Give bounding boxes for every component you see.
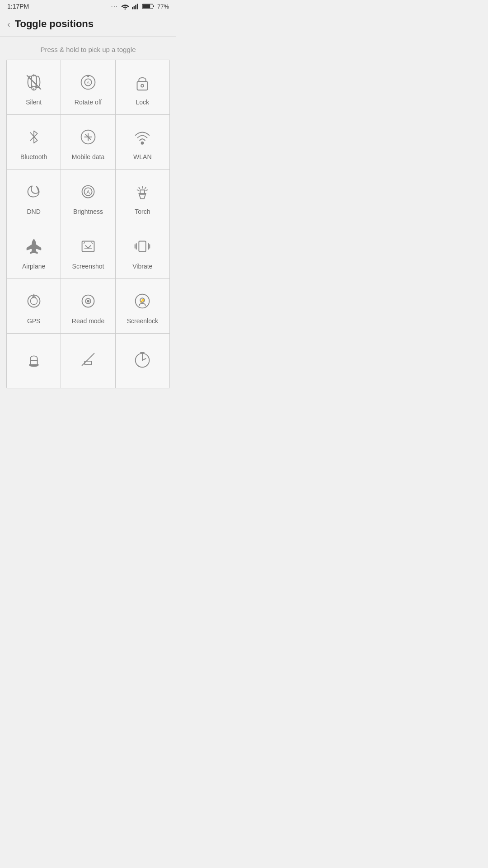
rotate-off-icon: A xyxy=(76,71,100,94)
bluetooth-label: Bluetooth xyxy=(20,153,47,160)
status-time: 1:17PM xyxy=(7,3,29,10)
mute-icon xyxy=(76,348,100,371)
svg-rect-0 xyxy=(132,7,133,9)
grid-row-6 xyxy=(7,334,169,388)
silent-icon xyxy=(22,71,46,94)
svg-line-26 xyxy=(139,187,140,189)
svg-rect-3 xyxy=(137,4,138,9)
read-mode-icon xyxy=(76,289,100,313)
timer-icon xyxy=(131,348,154,371)
brightness-icon: A xyxy=(76,180,100,203)
lock-label: Lock xyxy=(136,99,150,106)
toggle-screenshot[interactable]: Screenshot xyxy=(61,224,115,278)
dnd-label: DND xyxy=(27,208,40,215)
grid-row-1: Silent A Rotate off Lock xyxy=(7,60,169,115)
gps-label: GPS xyxy=(27,317,41,325)
toggle-lock[interactable]: Lock xyxy=(116,60,169,114)
wifi-status-icon xyxy=(121,3,129,9)
toggle-timer[interactable] xyxy=(116,334,169,388)
dnd-icon xyxy=(22,180,46,203)
toggle-silent[interactable]: Silent xyxy=(7,60,61,114)
brightness-label: Brightness xyxy=(73,208,103,215)
grid-row-5: GPS Read mode 🔑 Screenlock xyxy=(7,279,169,334)
svg-rect-5 xyxy=(142,5,150,8)
lock-icon xyxy=(131,71,154,94)
svg-line-29 xyxy=(146,190,148,190)
svg-rect-34 xyxy=(139,241,146,252)
toggle-brightness[interactable]: A Brightness xyxy=(61,170,115,224)
screenlock-label: Screenlock xyxy=(127,317,158,325)
read-mode-label: Read mode xyxy=(72,317,104,325)
toggle-grid: Silent A Rotate off Lock xyxy=(6,60,170,388)
status-icons: ··· 77% xyxy=(111,3,169,10)
airplane-icon xyxy=(22,235,46,258)
svg-rect-6 xyxy=(153,5,154,7)
svg-line-28 xyxy=(137,190,139,190)
svg-line-27 xyxy=(145,187,146,189)
grid-row-4: Airplane Screenshot xyxy=(7,224,169,279)
screenshot-label: Screenshot xyxy=(72,263,104,270)
hint-text: Press & hold to pick up a toggle xyxy=(0,37,176,60)
screenshot-icon xyxy=(76,235,100,258)
vibrate-icon xyxy=(131,235,154,258)
toggle-torch[interactable]: Torch xyxy=(116,170,169,224)
svg-point-40 xyxy=(30,297,37,304)
signal-status-icon xyxy=(132,3,139,9)
svg-text:🔑: 🔑 xyxy=(140,298,145,303)
torch-icon xyxy=(131,180,154,203)
airplane-label: Airplane xyxy=(22,263,45,270)
header: ‹ Toggle positions xyxy=(0,13,176,37)
svg-point-44 xyxy=(87,300,89,302)
battery-status-icon xyxy=(142,3,155,9)
svg-line-53 xyxy=(142,359,146,360)
toggle-dnd[interactable]: DND xyxy=(7,170,61,224)
mobile-data-icon xyxy=(76,125,100,149)
svg-point-19 xyxy=(141,142,144,144)
status-bar: 1:17PM ··· 77% xyxy=(0,0,176,13)
svg-point-14 xyxy=(141,85,144,87)
svg-text:A: A xyxy=(87,80,90,85)
svg-rect-1 xyxy=(134,6,135,9)
alarm-icon xyxy=(22,348,46,371)
wlan-label: WLAN xyxy=(133,153,151,160)
battery-percent: 77% xyxy=(157,3,169,10)
toggle-gps[interactable]: GPS xyxy=(7,279,61,333)
toggle-bluetooth[interactable]: Bluetooth xyxy=(7,115,61,169)
svg-rect-13 xyxy=(137,81,148,90)
toggle-wlan[interactable]: WLAN xyxy=(116,115,169,169)
torch-label: Torch xyxy=(135,208,150,215)
vibrate-label: Vibrate xyxy=(132,263,152,270)
svg-rect-30 xyxy=(82,241,94,252)
grid-row-2: Bluetooth Mobile data xyxy=(7,115,169,170)
wlan-icon xyxy=(131,125,154,149)
toggle-alarm[interactable] xyxy=(7,334,61,388)
back-button[interactable]: ‹ xyxy=(7,19,10,29)
silent-label: Silent xyxy=(26,99,42,106)
toggle-rotate-off[interactable]: A Rotate off xyxy=(61,60,115,114)
svg-line-49 xyxy=(82,354,94,366)
mobile-data-label: Mobile data xyxy=(72,153,104,160)
rotate-off-label: Rotate off xyxy=(75,99,102,106)
page-title: Toggle positions xyxy=(15,18,94,30)
svg-text:A: A xyxy=(86,189,90,195)
toggle-screenlock[interactable]: 🔑 Screenlock xyxy=(116,279,169,333)
toggle-vibrate[interactable]: Vibrate xyxy=(116,224,169,278)
screenlock-icon: 🔑 xyxy=(131,289,154,313)
svg-rect-2 xyxy=(135,5,136,9)
bluetooth-icon xyxy=(22,125,46,149)
toggle-read-mode[interactable]: Read mode xyxy=(61,279,115,333)
gps-icon xyxy=(22,289,46,313)
toggle-mobile-data[interactable]: Mobile data xyxy=(61,115,115,169)
grid-row-3: DND A Brightness xyxy=(7,170,169,224)
toggle-mute[interactable] xyxy=(61,334,115,388)
toggle-airplane[interactable]: Airplane xyxy=(7,224,61,278)
dots-icon: ··· xyxy=(111,3,118,9)
